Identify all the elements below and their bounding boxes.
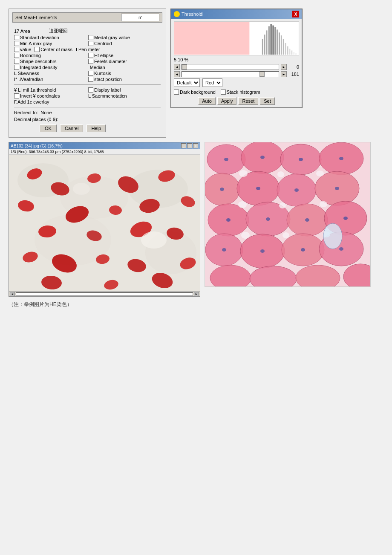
slider1-left-arrow[interactable]: ◄ — [174, 64, 180, 70]
cb-value-box[interactable] — [14, 47, 19, 52]
image-window-title: AB102 (34) jpg (G) (16.7%) — [11, 144, 63, 148]
ok-button[interactable]: OK — [40, 124, 57, 132]
cb-medal-box[interactable] — [88, 35, 93, 40]
row-minmax: Min A max gray Centroid — [14, 41, 161, 46]
main-container: Set MeaELireme^its 17 Area 迪亚哑回 Standard… — [9, 9, 383, 308]
cb-centroid-box[interactable] — [88, 41, 93, 46]
slider1-track[interactable] — [182, 64, 279, 70]
area-row: 17 Area 迪亚哑回 — [14, 28, 161, 34]
svg-rect-11 — [281, 35, 282, 55]
cb-shape-box[interactable] — [14, 59, 19, 64]
cb-boondling[interactable]: Boondling — [14, 53, 86, 58]
threshold-apply-button[interactable]: Apply — [217, 97, 237, 105]
redirect-row: Redirect to: None — [14, 110, 161, 115]
svg-rect-4 — [266, 30, 268, 55]
svg-point-92 — [222, 248, 226, 251]
dialog-input[interactable] — [121, 14, 159, 21]
threshold-percent: 5.10 % — [174, 57, 299, 62]
cb-veaf[interactable]: I* .iVeafradlan — [14, 77, 86, 82]
cb-com-box[interactable] — [35, 47, 40, 52]
dialog-buttons: OK Canrel Help — [14, 124, 161, 132]
cb-limit[interactable]: ¥ Li mil 1a threshold — [14, 87, 86, 92]
cb-kurtosis-box[interactable] — [88, 71, 93, 76]
scroll-right-button[interactable]: ► — [194, 292, 199, 296]
cb-kurtosis[interactable]: Kurtosis — [88, 71, 161, 76]
right-image — [205, 142, 371, 287]
cb-boondling-box[interactable] — [14, 53, 19, 58]
slider2-value: 181 — [288, 72, 299, 77]
cb-stact-box[interactable] — [88, 77, 93, 82]
svg-rect-9 — [277, 29, 278, 55]
cb-dark-bg-box[interactable] — [174, 90, 179, 95]
histogram-area — [174, 21, 299, 55]
threshold-auto-button[interactable]: Auto — [198, 97, 216, 105]
cb-display-label: Display label — [94, 87, 121, 92]
threshold-close-button[interactable]: X — [292, 11, 299, 17]
cb-display[interactable]: Display label — [88, 87, 161, 92]
svg-point-88 — [226, 218, 231, 222]
cb-intdensity-box[interactable] — [14, 65, 19, 70]
threshold-set-button[interactable]: Set — [260, 97, 275, 105]
cb-invert-box[interactable] — [14, 93, 19, 98]
cb-skewness[interactable]: L Skewness — [14, 71, 86, 76]
cb-stact[interactable]: stact posrticn — [88, 77, 161, 82]
cb-shape[interactable]: Shape descnphrs — [14, 59, 86, 64]
cb-stdev[interactable]: Standard deviation — [14, 35, 86, 40]
svg-rect-6 — [270, 24, 272, 55]
svg-point-95 — [339, 247, 343, 251]
histogram-svg — [174, 22, 299, 55]
help-button[interactable]: Help — [86, 124, 106, 132]
cb-kurtosis-label: Kurtosis — [94, 71, 111, 76]
cb-minmax-box[interactable] — [14, 41, 19, 46]
svg-point-94 — [301, 248, 305, 251]
area-label: 17 Area — [14, 29, 30, 34]
slider2-left-arrow[interactable]: ◄ — [174, 71, 180, 77]
cb-stdev-box[interactable] — [14, 35, 19, 40]
cb-add[interactable]: Γ.Add 1c cwerlay — [14, 99, 49, 104]
svg-point-79 — [323, 223, 342, 249]
cb-ferefs-box[interactable] — [88, 59, 93, 64]
threshold-dropdown1[interactable]: Default — [174, 78, 200, 87]
cb-display-box[interactable] — [88, 87, 93, 92]
maximize-button[interactable]: □ — [187, 143, 192, 148]
cb-ferefs[interactable]: Ferefs diameter — [88, 59, 161, 64]
cb-median-label: -Median — [88, 65, 105, 70]
scroll-track[interactable] — [16, 292, 193, 296]
scroll-left-button[interactable]: ◄ — [10, 292, 15, 296]
slider1-thumb[interactable] — [182, 64, 187, 69]
threshold-reset-button[interactable]: Reset — [238, 97, 258, 105]
cancel-button[interactable]: Canrel — [60, 124, 83, 132]
cb-com-label: Center of mass — [40, 47, 72, 52]
cb-ferefs-label: Ferefs diameter — [94, 59, 127, 64]
cb-com[interactable]: Center of mass — [35, 47, 72, 52]
cb-centroid[interactable]: Centroid — [88, 41, 161, 46]
cb-median[interactable]: -Median — [88, 65, 161, 70]
close-window-button[interactable]: × — [193, 143, 198, 148]
cb-saemmc[interactable]: L Saemmcnotaticn — [88, 93, 161, 98]
row-stdev: Standard deviation Medal gray value — [14, 35, 161, 40]
top-section: Set MeaELireme^its 17 Area 迪亚哑回 Standard… — [9, 9, 383, 138]
row-add: Γ.Add 1c cwerlay — [14, 99, 161, 104]
cb-htellipse-box[interactable] — [88, 53, 93, 58]
slider2-track[interactable] — [182, 71, 279, 77]
cb-invert[interactable]: Invert ¥ coordnales — [14, 93, 86, 98]
cb-value[interactable]: value — [14, 47, 31, 52]
slider2-right-arrow[interactable]: ► — [281, 71, 287, 77]
measurements-dialog: Set MeaELireme^its 17 Area 迪亚哑回 Standard… — [9, 9, 166, 138]
slider2-row: ◄ ► 181 — [174, 71, 299, 77]
row-boondling: Boondling Ht ellipse — [14, 53, 161, 58]
cb-minmax[interactable]: Min A max gray — [14, 41, 86, 46]
cb-stack-hist[interactable]: Stack histogram — [221, 90, 260, 95]
slider1-right-arrow[interactable]: ► — [281, 64, 287, 70]
cb-dark-bg[interactable]: Dark background — [174, 90, 216, 95]
threshold-title-left: Thresholdi — [174, 11, 203, 17]
cb-medal[interactable]: Medal gray value — [88, 35, 161, 40]
svg-point-77 — [282, 232, 289, 238]
cb-stack-hist-box[interactable] — [221, 90, 226, 95]
cb-htellipse[interactable]: Ht ellipse — [88, 53, 161, 58]
cb-intdensity[interactable]: Integrated density — [14, 65, 86, 70]
slider2-thumb[interactable] — [259, 72, 265, 77]
cb-penmeter[interactable]: I Pen meter — [76, 47, 100, 52]
minimize-button[interactable]: _ — [181, 143, 186, 148]
threshold-dropdown2[interactable]: Red — [202, 78, 222, 87]
